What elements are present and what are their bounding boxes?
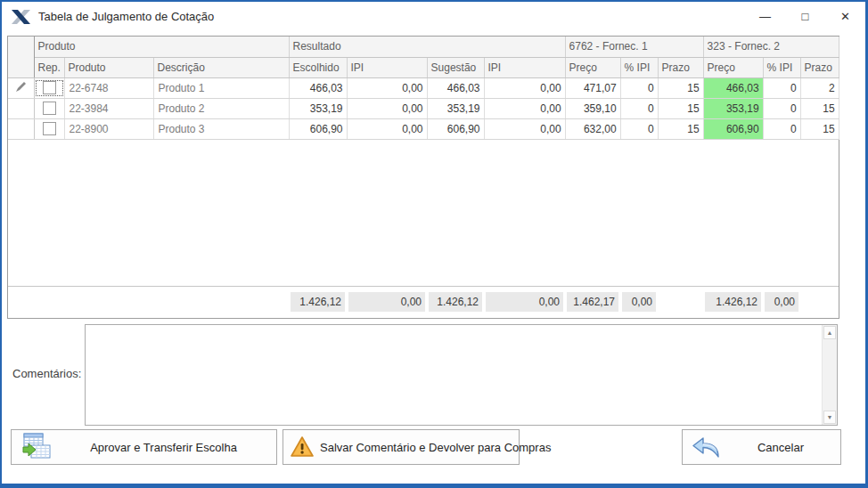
row-indicator	[8, 98, 34, 118]
maximize-button[interactable]: □	[785, 2, 825, 30]
column-header-f1-preco[interactable]: Preço	[565, 57, 620, 77]
column-header-escolhido[interactable]: Escolhido	[289, 57, 347, 77]
table-row: 22-6748 Produto 1 466,03 0,00 466,03 0,0…	[8, 77, 839, 98]
column-header-descricao[interactable]: Descrição	[153, 57, 289, 77]
minimize-button[interactable]: —	[745, 2, 785, 30]
cell-f2-prazo[interactable]: 15	[800, 98, 839, 118]
rep-checkbox[interactable]	[43, 122, 56, 135]
column-header-f1-prazo[interactable]: Prazo	[658, 57, 703, 77]
edit-pencil-icon	[16, 82, 26, 92]
cell-sugestao[interactable]: 466,03	[427, 77, 484, 98]
column-header-ipi-sugestao[interactable]: IPI	[484, 57, 565, 77]
column-header-rep[interactable]: Rep.	[34, 57, 64, 77]
grid-empty-area	[8, 140, 839, 287]
cell-f2-preco-highlighted[interactable]: 353,19	[703, 98, 763, 118]
total-f1-preco: 1.462,17	[567, 292, 618, 312]
group-header-fornecedor-2[interactable]: 323 - Fornec. 2	[703, 37, 839, 57]
cancel-button[interactable]: Cancelar	[682, 429, 841, 465]
cell-sugestao[interactable]: 353,19	[427, 98, 484, 118]
cell-ipi-escolhido[interactable]: 0,00	[347, 118, 427, 139]
grid-table: Produto Resultado 6762 - Fornec. 1 323 -…	[8, 37, 839, 140]
totals-row: 1.426,12 0,00 1.426,12 0,00 1.462,17 0,0…	[8, 286, 839, 318]
cell-produto[interactable]: 22-6748	[64, 77, 153, 98]
cell-f1-preco[interactable]: 471,07	[565, 77, 620, 98]
column-header-f2-ipi[interactable]: % IPI	[763, 57, 800, 77]
cancel-label: Cancelar	[721, 441, 840, 454]
table-row: 22-8900 Produto 3 606,90 0,00 606,90 0,0…	[8, 118, 839, 139]
undo-arrow-icon	[692, 435, 721, 459]
cell-escolhido[interactable]: 353,19	[289, 98, 347, 118]
rep-cell	[34, 98, 64, 118]
row-indicator	[8, 77, 34, 98]
dialog-window: Tabela de Julgamento de Cotação — □ ✕ Pr…	[0, 0, 868, 488]
cell-descricao[interactable]: Produto 1	[153, 77, 289, 98]
cell-f1-preco[interactable]: 632,00	[565, 118, 620, 139]
column-header-sugestao[interactable]: Sugestão	[427, 57, 484, 77]
cell-f1-ipi[interactable]: 0	[620, 77, 658, 98]
close-button[interactable]: ✕	[825, 2, 865, 30]
scroll-down-icon[interactable]: ▼	[823, 411, 836, 424]
column-header-f1-ipi[interactable]: % IPI	[620, 57, 658, 77]
total-ipi-sugestao: 0,00	[486, 292, 563, 312]
cell-f2-preco-highlighted[interactable]: 606,90	[703, 118, 763, 139]
comments-scrollbar[interactable]: ▲ ▼	[822, 325, 837, 425]
cell-f2-ipi[interactable]: 0	[763, 98, 800, 118]
cell-f1-preco[interactable]: 359,10	[565, 98, 620, 118]
approve-transfer-button[interactable]: Aprovar e Transferir Escolha	[11, 429, 277, 465]
cell-ipi-sugestao[interactable]: 0,00	[484, 77, 565, 98]
cell-ipi-escolhido[interactable]: 0,00	[347, 77, 427, 98]
cell-escolhido[interactable]: 606,90	[289, 118, 347, 139]
comments-input[interactable]	[86, 325, 822, 425]
rep-cell	[34, 77, 64, 98]
rep-cell	[34, 118, 64, 139]
save-comment-return-button[interactable]: Salvar Comentário e Devolver para Compra…	[283, 429, 520, 465]
total-escolhido: 1.426,12	[291, 292, 345, 312]
column-header-f2-prazo[interactable]: Prazo	[800, 57, 839, 77]
cell-f2-ipi[interactable]: 0	[763, 77, 800, 98]
cell-ipi-sugestao[interactable]: 0,00	[484, 118, 565, 139]
title-bar: Tabela de Julgamento de Cotação — □ ✕	[2, 2, 865, 32]
cell-escolhido[interactable]: 466,03	[289, 77, 347, 98]
table-row: 22-3984 Produto 2 353,19 0,00 353,19 0,0…	[8, 98, 839, 118]
approve-transfer-label: Aprovar e Transferir Escolha	[51, 441, 276, 454]
cell-sugestao[interactable]: 606,90	[427, 118, 484, 139]
group-header-produto[interactable]: Produto	[34, 37, 289, 57]
cell-f1-ipi[interactable]: 0	[620, 98, 658, 118]
quotation-grid: Produto Resultado 6762 - Fornec. 1 323 -…	[7, 36, 839, 319]
close-icon: ✕	[840, 10, 850, 23]
total-f2-ipi: 0,00	[765, 292, 798, 312]
cell-descricao[interactable]: Produto 3	[153, 118, 289, 139]
cell-produto[interactable]: 22-8900	[64, 118, 153, 139]
cell-f2-prazo[interactable]: 15	[800, 118, 839, 139]
cell-ipi-sugestao[interactable]: 0,00	[484, 98, 565, 118]
column-header-row: Rep. Produto Descrição Escolhido IPI Sug…	[8, 57, 839, 77]
cell-f1-prazo[interactable]: 15	[658, 98, 703, 118]
cell-descricao[interactable]: Produto 2	[153, 98, 289, 118]
column-header-ipi-escolhido[interactable]: IPI	[347, 57, 427, 77]
rep-checkbox[interactable]	[43, 102, 56, 115]
cell-f2-ipi[interactable]: 0	[763, 118, 800, 139]
comments-box: ▲ ▼	[85, 324, 838, 426]
spreadsheet-transfer-icon	[20, 432, 51, 462]
rep-checkbox[interactable]	[43, 81, 56, 94]
cell-f2-preco-highlighted[interactable]: 466,03	[703, 77, 763, 98]
column-header-f2-preco[interactable]: Preço	[703, 57, 763, 77]
cell-f1-prazo[interactable]: 15	[658, 77, 703, 98]
maximize-icon: □	[802, 10, 809, 23]
cell-f2-prazo[interactable]: 2	[800, 77, 839, 98]
column-header-produto[interactable]: Produto	[64, 57, 153, 77]
cell-produto[interactable]: 22-3984	[64, 98, 153, 118]
total-ipi-escolhido: 0,00	[348, 292, 425, 312]
group-header-resultado[interactable]: Resultado	[289, 37, 565, 57]
total-f1-ipi: 0,00	[622, 292, 656, 312]
group-header-row: Produto Resultado 6762 - Fornec. 1 323 -…	[8, 37, 839, 57]
cell-f1-ipi[interactable]: 0	[620, 118, 658, 139]
comments-label: Comentários:	[12, 367, 81, 380]
group-header-fornecedor-1[interactable]: 6762 - Fornec. 1	[565, 37, 703, 57]
scroll-up-icon[interactable]: ▲	[823, 326, 836, 339]
focused-cell-outline	[36, 80, 63, 96]
minimize-icon: —	[759, 10, 771, 23]
cell-ipi-escolhido[interactable]: 0,00	[347, 98, 427, 118]
cell-f1-prazo[interactable]: 15	[658, 118, 703, 139]
warning-icon	[290, 435, 315, 459]
